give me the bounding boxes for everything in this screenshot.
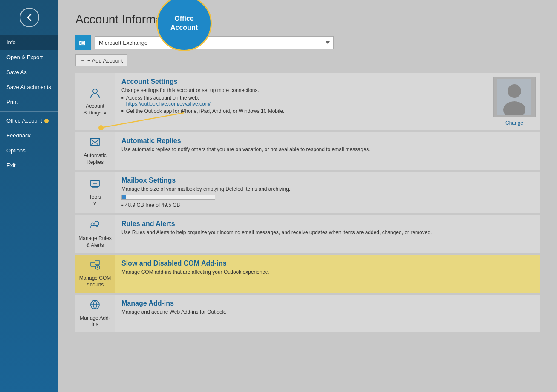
rules-content: Rules and Alerts Use Rules and Alerts to… [115, 215, 540, 253]
back-circle [20, 8, 39, 27]
sidebar-item-feedback[interactable]: Feedback [0, 128, 58, 143]
section-automatic-replies: AutomaticReplies Automatic Replies Use a… [75, 132, 540, 170]
manage-addins-label: Manage Add-ins [80, 315, 110, 328]
automatic-replies-icon-col[interactable]: AutomaticReplies [75, 132, 115, 170]
mailbox-free-text: 48.9 GB free of 49.5 GB [121, 202, 534, 208]
sidebar-item-save-as[interactable]: Save As [0, 65, 58, 80]
account-settings-label: AccountSettings ∨ [83, 103, 107, 116]
sidebar-item-options[interactable]: Options [0, 143, 58, 158]
svg-rect-8 [90, 138, 100, 145]
section-com-addins: Manage COMAdd-ins Slow and Disabled COM … [75, 255, 540, 292]
section-account-settings: AccountSettings ∨ Account Settings Chang… [75, 73, 540, 130]
account-dropdown[interactable]: Microsoft Exchange [95, 36, 334, 49]
com-addins-icon-col[interactable]: Manage COMAdd-ins [75, 255, 115, 292]
mailbox-title: Mailbox Settings [121, 177, 534, 184]
sidebar-item-print[interactable]: Print [0, 94, 58, 109]
rules-desc: Use Rules and Alerts to help organize yo… [121, 229, 534, 235]
page-title: Account Information [75, 13, 540, 26]
svg-point-6 [508, 84, 521, 98]
section-rules-alerts: Manage Rules& Alerts Rules and Alerts Us… [75, 215, 540, 253]
mailbox-content: Mailbox Settings Manage the size of your… [115, 172, 540, 213]
list-item: Access this account on the web. https://… [121, 95, 482, 107]
main-content: Office Account Account Information ✉ Mic… [58, 0, 557, 392]
account-settings-title: Account Settings [121, 78, 482, 86]
sidebar-item-office-account[interactable]: Office Account [0, 113, 58, 128]
mailbox-icon [89, 178, 101, 192]
manage-addins-title: Manage Add-ins [121, 300, 534, 307]
profile-area: Change [489, 73, 540, 130]
com-addins-label: Manage COMAdd-ins [79, 275, 111, 288]
mailbox-desc: Manage the size of your mailbox by empty… [121, 186, 534, 192]
manage-addins-desc: Manage and acquire Web Add-ins for Outlo… [121, 309, 534, 315]
sidebar-item-info[interactable]: Info [0, 35, 58, 50]
back-button[interactable] [0, 0, 58, 35]
account-settings-content: Account Settings Change settings for thi… [115, 73, 489, 130]
rules-icon [89, 219, 101, 234]
mailbox-icon-col[interactable]: Tools∨ [75, 172, 115, 213]
automatic-replies-content: Automatic Replies Use automatic replies … [115, 132, 540, 170]
section-manage-addins: Manage Add-ins Manage Add-ins Manage and… [75, 295, 540, 332]
exchange-icon: ✉ [75, 35, 91, 50]
rules-label: Manage Rules& Alerts [78, 235, 111, 249]
profile-image [493, 77, 536, 117]
account-selector-row: ✉ Microsoft Exchange [75, 35, 540, 50]
svg-point-4 [93, 89, 97, 93]
automatic-replies-desc: Use automatic replies to notify others t… [121, 146, 534, 152]
account-settings-list: Access this account on the web. https://… [121, 95, 482, 114]
svg-text:✉: ✉ [79, 39, 85, 48]
sidebar-item-save-attachments[interactable]: Save Attachments [0, 80, 58, 94]
mailbox-label: Tools∨ [89, 194, 101, 207]
manage-addins-icon-col[interactable]: Manage Add-ins [75, 295, 115, 332]
svg-rect-14 [95, 260, 99, 265]
manage-addins-icon [89, 299, 101, 313]
owa-link[interactable]: https://outlook.live.com/owa/live.com/ [126, 101, 211, 107]
manage-addins-content: Manage Add-ins Manage and acquire Web Ad… [115, 295, 540, 332]
rules-icon-col[interactable]: Manage Rules& Alerts [75, 215, 115, 253]
account-settings-icon [89, 87, 101, 101]
account-settings-desc: Change settings for this account or set … [121, 87, 482, 93]
automatic-replies-icon [89, 136, 101, 151]
add-icon: ＋ [80, 57, 86, 64]
outlook-app-text: Get the Outlook app for iPhone, iPad, An… [126, 108, 285, 114]
svg-rect-12 [91, 262, 95, 266]
section-mailbox-settings: Tools∨ Mailbox Settings Manage the size … [75, 172, 540, 213]
sidebar-item-open-export[interactable]: Open & Export [0, 50, 58, 65]
com-addins-desc: Manage COM add-ins that are affecting yo… [121, 269, 534, 275]
mailbox-bar-container [121, 195, 215, 200]
sidebar-divider [0, 111, 58, 112]
com-addins-content: Slow and Disabled COM Add-ins Manage COM… [115, 255, 540, 292]
mailbox-bar-fill [122, 195, 126, 199]
sidebar-nav: Info Open & Export Save As Save Attachme… [0, 35, 58, 392]
com-addins-title: Slow and Disabled COM Add-ins [121, 260, 534, 267]
change-photo-link[interactable]: Change [505, 120, 523, 126]
office-account-dot [44, 119, 49, 123]
com-addins-icon [89, 259, 101, 273]
sidebar-item-exit[interactable]: Exit [0, 158, 58, 173]
automatic-replies-label: AutomaticReplies [84, 152, 106, 166]
rules-title: Rules and Alerts [121, 220, 534, 228]
list-item: Get the Outlook app for iPhone, iPad, An… [121, 108, 482, 114]
automatic-replies-title: Automatic Replies [121, 137, 534, 145]
sidebar: Info Open & Export Save As Save Attachme… [0, 0, 58, 392]
add-account-button[interactable]: ＋ + Add Account [75, 54, 127, 66]
account-settings-icon-col[interactable]: AccountSettings ∨ [75, 73, 115, 130]
